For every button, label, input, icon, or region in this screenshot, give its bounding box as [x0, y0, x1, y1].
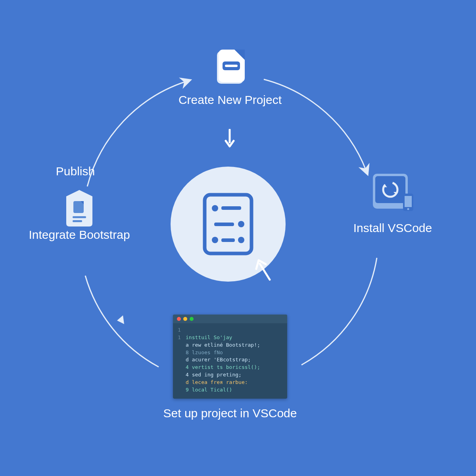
- window-titlebar: [173, 315, 287, 323]
- svg-rect-7: [221, 238, 235, 242]
- svg-rect-14: [375, 176, 405, 203]
- svg-rect-21: [73, 216, 86, 218]
- list-settings-icon: [202, 192, 254, 256]
- arrow-inward-icon: [254, 258, 274, 282]
- svg-point-18: [407, 208, 409, 210]
- step-label: Integrate Bootstrap: [28, 228, 131, 242]
- step-publish: Publish: [24, 165, 127, 178]
- step-label: Set up project in VSCode: [127, 407, 333, 420]
- step-label: Create New Project: [147, 93, 313, 107]
- minimize-dot-icon: [183, 317, 187, 321]
- step-integrate-bootstrap: Integrate Bootstrap: [28, 188, 131, 242]
- arrow-down-icon: [224, 129, 235, 149]
- device-sync-icon: [369, 171, 416, 214]
- step-setup-vscode: 1 1insttuil So'jay a rew etliné Bootstra…: [127, 315, 333, 420]
- code-editor-window: 1 1insttuil So'jay a rew etliné Bootstra…: [173, 315, 287, 399]
- svg-rect-11: [225, 65, 238, 67]
- step-create-project: Create New Project: [147, 46, 313, 107]
- svg-rect-2: [221, 206, 241, 210]
- code-body: 1 1insttuil So'jay a rew etliné Bootstra…: [173, 323, 287, 399]
- step-label: Publish: [24, 165, 127, 178]
- svg-rect-4: [214, 223, 234, 226]
- maximize-dot-icon: [190, 317, 194, 321]
- svg-point-5: [212, 237, 218, 243]
- step-label: Install VSCode: [345, 221, 440, 235]
- svg-point-3: [238, 221, 244, 227]
- svg-rect-22: [73, 220, 82, 222]
- file-icon: [61, 188, 97, 228]
- step-install-vscode: Install VSCode: [345, 171, 440, 235]
- document-icon: [208, 46, 252, 89]
- svg-rect-17: [405, 196, 412, 207]
- svg-rect-20: [73, 201, 84, 213]
- close-dot-icon: [177, 317, 181, 321]
- svg-line-19: [260, 264, 270, 280]
- svg-point-1: [212, 205, 218, 211]
- svg-point-6: [238, 237, 244, 243]
